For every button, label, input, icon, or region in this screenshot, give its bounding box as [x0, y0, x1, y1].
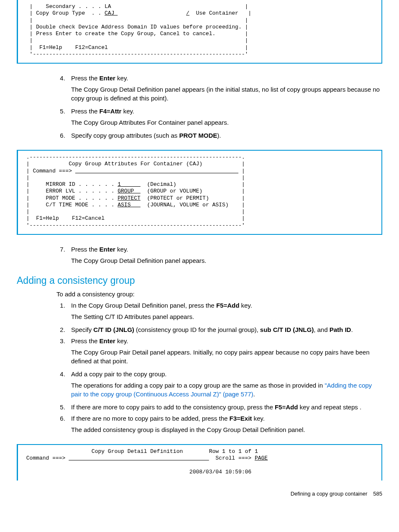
- b5-tail: key and repeat steps .: [298, 403, 361, 411]
- term2-l4u: 1: [118, 181, 141, 188]
- b2-b3: Path ID: [330, 326, 351, 333]
- b4-body-tail: .: [253, 391, 255, 398]
- step4-tail: key.: [115, 75, 128, 82]
- term1-l4: | Double check Device Address Domain ID …: [23, 24, 248, 30]
- b5-lead: If there are more to copy pairs to add t…: [71, 403, 275, 411]
- stepb-1: In the Copy Group Detail Definition pane…: [67, 301, 382, 321]
- b2-tail: .: [351, 326, 353, 333]
- term3-l3: [23, 462, 26, 468]
- term1-l3: | |: [23, 17, 248, 23]
- b3-bold: Enter: [100, 337, 115, 344]
- term1-l6: | |: [23, 37, 248, 44]
- section-heading: Adding a consistency group: [17, 275, 382, 286]
- b3-lead: Press the: [71, 337, 100, 344]
- terminal-panel-1: | Secondary . . . . LA | | Copy Group Ty…: [17, 0, 382, 64]
- b6-tail: key.: [252, 415, 265, 422]
- term2-l2u: [75, 168, 238, 174]
- term2-l6a: | PROT MODE . . . . . .: [23, 195, 118, 201]
- step-5: Press the F4=Attr key. The Copy Group At…: [67, 107, 382, 127]
- step5-bold: F4=Attr: [100, 108, 122, 115]
- term2-l6u: PROTECT: [118, 195, 141, 201]
- terminal-panel-3: Copy Group Detail Definition Row 1 to 1 …: [17, 444, 382, 481]
- b1-bold: F5=Add: [216, 302, 239, 309]
- step5-body: The Copy Group Attributes For Container …: [71, 118, 382, 127]
- term2-l5b: (GROUP or VOLUME) |: [141, 188, 245, 194]
- b3-body: The Copy Group Pair Detail panel appears…: [71, 348, 382, 365]
- step7-body: The Copy Group Detail Definition panel a…: [71, 256, 382, 265]
- term2-l5u: GROUP: [118, 188, 141, 194]
- term2-l2b: |: [238, 168, 245, 174]
- b2-m2: , and: [314, 326, 330, 333]
- steps-list-a: Press the Enter key. The Copy Group Deta…: [17, 74, 382, 140]
- b1-lead: In the Copy Group Detail Definition pane…: [71, 302, 216, 309]
- term3-l1: Copy Group Detail Definition Row 1 to 1 …: [23, 448, 258, 455]
- term1-l2c: Use Container |: [189, 10, 251, 16]
- step6-lead: Specify copy group attributes (such as: [71, 132, 179, 139]
- b4-body: The operations for adding a copy pair to…: [71, 381, 382, 398]
- terminal-panel-2: .---------------------------------------…: [17, 150, 382, 235]
- steps-list-b: In the Copy Group Detail Definition pane…: [17, 301, 382, 434]
- step6-bold: PROT MODE: [179, 132, 217, 139]
- step7-bold: Enter: [100, 246, 115, 253]
- b6-bold: F3=Exit: [230, 415, 252, 422]
- step-4: Press the Enter key. The Copy Group Deta…: [67, 74, 382, 103]
- term2-l4a: | MIRROR ID . . . . . .: [23, 181, 118, 188]
- term2-l6b: (PROTECT or PERMIT) |: [141, 195, 245, 201]
- step6-tail: ).: [217, 132, 221, 139]
- term1-l2s: /: [186, 10, 189, 16]
- term3-l2a: Command ===>: [23, 455, 69, 461]
- step4-lead: Press the: [71, 75, 100, 82]
- term2-l8: | |: [23, 208, 245, 215]
- step7-lead: Press the: [71, 246, 100, 253]
- term2-l0: .---------------------------------------…: [23, 154, 245, 160]
- term2-l10: '---------------------------------------…: [23, 222, 245, 229]
- b5-bold: F5=Add: [275, 403, 298, 411]
- stepb-6: If there are no more to copy pairs to be…: [67, 414, 382, 434]
- footer-page: 585: [373, 491, 382, 497]
- term1-l7: | F1=Help F12=Cancel |: [23, 44, 248, 51]
- step7-tail: key.: [115, 246, 128, 253]
- term1-l5: | Press Enter to create the Copy Group, …: [23, 31, 248, 37]
- step4-body: The Copy Group Detail Definition panel a…: [71, 85, 382, 103]
- stepb-4: Add a copy pair to the copy group. The o…: [67, 370, 382, 398]
- stepb-3: Press the Enter key. The Copy Group Pair…: [67, 337, 382, 365]
- step-6: Specify copy group attributes (such as P…: [67, 131, 382, 140]
- step-7: Press the Enter key. The Copy Group Deta…: [67, 245, 382, 265]
- term2-l1: | Copy Group Attributes For Container (C…: [23, 161, 245, 167]
- term1-l2b: [118, 10, 186, 16]
- b2-lead: Specify: [71, 326, 93, 333]
- term2-l7a: | C/T TIME MODE . . . .: [23, 202, 118, 208]
- term2-l2a: | Command ===>: [23, 168, 75, 174]
- b4-text: Add a copy pair to the copy group.: [71, 370, 166, 378]
- term1-l8: '---------------------------------------…: [23, 51, 248, 57]
- term3-l2u: [69, 455, 209, 461]
- page-footer: Defining a copy group container585: [17, 491, 382, 497]
- stepb-5: If there are more to copy pairs to add t…: [67, 403, 382, 411]
- step5-tail: key.: [121, 108, 134, 115]
- term2-l7b: (JOURNAL, VOLUME or ASIS) |: [141, 202, 245, 208]
- term1-l2a: | Copy Group Type . .: [23, 10, 105, 16]
- term2-l5a: | ERROR LVL . . . . . .: [23, 188, 118, 194]
- term3-l2u2: PAGE: [255, 455, 268, 461]
- term2-l9: | F1=Help F12=Cancel |: [23, 215, 245, 221]
- b2-b2: sub C/T ID (JNLG): [260, 326, 314, 333]
- term3-l2b: Scroll ===>: [209, 455, 255, 461]
- term1-l1: | Secondary . . . . LA |: [23, 3, 248, 10]
- step5-lead: Press the: [71, 108, 100, 115]
- term1-l2u: CAJ: [105, 10, 118, 16]
- b4-body-lead: The operations for adding a copy pair to…: [71, 382, 325, 389]
- term2-l3: | |: [23, 175, 245, 181]
- stepb-2: Specify C/T ID (JNLG) (consistency group…: [67, 325, 382, 334]
- b3-tail: key.: [115, 337, 128, 344]
- section-intro: To add a consistency group:: [56, 290, 382, 298]
- term2-l4b: (Decimal) |: [141, 181, 245, 188]
- b1-tail: key.: [239, 302, 252, 309]
- b6-body: The added consistency group is displayed…: [71, 425, 382, 434]
- step4-bold: Enter: [100, 75, 115, 82]
- b1-body: The Setting C/T ID Attributes panel appe…: [71, 312, 382, 321]
- footer-text: Defining a copy group container: [291, 491, 368, 497]
- b2-b1: C/T ID (JNLG): [93, 326, 134, 333]
- steps-list-a2: Press the Enter key. The Copy Group Deta…: [17, 245, 382, 265]
- term2-l7u: ASIS: [118, 202, 141, 208]
- b2-m1: (consistency group ID for the journal gr…: [134, 326, 260, 333]
